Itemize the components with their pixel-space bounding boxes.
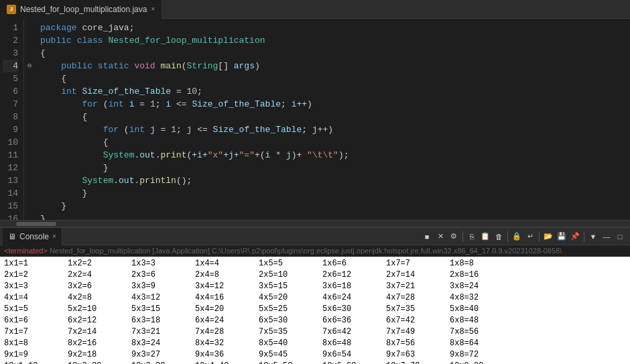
- output-cell: 9x8=72: [448, 349, 512, 361]
- output-cell: 2x6=12: [321, 269, 385, 281]
- line-numbers-gutter: 1234567891011121314151617: [0, 19, 24, 220]
- output-cell: 1x5=5: [257, 258, 321, 269]
- output-cell: 4x1=4: [3, 292, 66, 304]
- output-cell: 5x2=10: [66, 304, 130, 315]
- fold-gutter: ⊖: [24, 19, 35, 220]
- scrollbar-thumb[interactable]: [16, 222, 56, 226]
- console-output-row: 8x1=88x2=168x3=248x4=328x5=408x6=488x7=5…: [3, 338, 627, 349]
- editor-tab-bar: J Nested_for_loop_multiplication.java ×: [0, 0, 630, 19]
- maximize-button[interactable]: □: [614, 231, 626, 243]
- line-number-1: 1: [3, 21, 18, 34]
- toolbar-separator-2: [507, 231, 508, 242]
- code-line-6: int Size_of_the_Table = 10;: [40, 85, 630, 98]
- code-line-13: System.out.println();: [40, 174, 630, 187]
- line-number-6: 6: [3, 85, 18, 98]
- output-cell: 2x2=4: [66, 269, 130, 281]
- output-cell: 10x5=50: [257, 361, 321, 364]
- output-cell: 6x8=48: [448, 315, 512, 326]
- line-number-5: 5: [3, 72, 18, 85]
- remove-launch-button[interactable]: ✕: [434, 231, 446, 243]
- run-config-label: Nested_for_loop_multiplication [Java App…: [48, 247, 562, 255]
- fold-marker-4[interactable]: ⊖: [24, 60, 35, 72]
- minimize-button[interactable]: —: [601, 231, 613, 243]
- line-number-3: 3: [3, 47, 18, 60]
- output-cell: 3x1=3: [3, 281, 66, 292]
- output-cell: 1x6=6: [321, 258, 385, 269]
- code-line-10: {: [40, 136, 630, 149]
- editor-area: 1234567891011121314151617 ⊖ package core…: [0, 19, 630, 220]
- fold-marker-2: [24, 34, 35, 47]
- line-number-11: 11: [3, 149, 18, 162]
- output-cell: 8x3=24: [130, 338, 194, 349]
- output-cell: 2x4=8: [194, 269, 257, 281]
- fold-marker-16: [24, 213, 35, 220]
- fold-marker-3: [24, 47, 35, 60]
- console-tab[interactable]: 🖥 Console ×: [3, 228, 62, 245]
- output-cell: 7x3=21: [130, 326, 194, 338]
- output-cell: 9x1=9: [3, 349, 66, 361]
- line-number-9: 9: [3, 123, 18, 136]
- output-cell: 8x1=8: [3, 338, 66, 349]
- output-cell: 3x8=24: [448, 281, 512, 292]
- code-line-9: for (int j = 1; j <= Size_of_the_Table; …: [40, 123, 630, 136]
- code-line-16: }: [40, 213, 630, 220]
- console-output: 1x1=11x2=21x3=31x4=41x5=51x6=61x7=71x8=8…: [0, 257, 630, 364]
- tab-close-button[interactable]: ×: [151, 5, 155, 13]
- scroll-lock-button[interactable]: 🔒: [511, 231, 523, 243]
- code-line-2: public class Nested_for_loop_multiplicat…: [40, 34, 630, 47]
- paste-button[interactable]: 📋: [479, 231, 491, 243]
- pin-button[interactable]: 📌: [569, 231, 581, 243]
- clear-button[interactable]: 🗑: [493, 231, 505, 243]
- open-file-button[interactable]: 📂: [542, 231, 554, 243]
- fold-marker-1: [24, 21, 35, 34]
- line-number-2: 2: [3, 34, 18, 47]
- output-cell: 1x4=4: [194, 258, 257, 269]
- code-editor[interactable]: package core_java;public class Nested_fo…: [35, 19, 630, 220]
- output-cell: 5x1=5: [3, 304, 66, 315]
- output-cell: 6x5=30: [257, 315, 321, 326]
- copy-button[interactable]: ⎘: [466, 231, 478, 243]
- tab-filename: Nested_for_loop_multiplication.java: [20, 5, 147, 14]
- settings-button[interactable]: ⚙: [448, 231, 460, 243]
- output-cell: 9x5=45: [257, 349, 321, 361]
- console-output-row: 9x1=99x2=189x3=279x4=369x5=459x6=549x7=6…: [3, 349, 627, 361]
- terminate-button[interactable]: ■: [421, 231, 433, 243]
- output-cell: 9x2=18: [66, 349, 130, 361]
- save-button[interactable]: 💾: [556, 231, 568, 243]
- fold-marker-11: [24, 149, 35, 162]
- code-line-12: }: [40, 162, 630, 174]
- console-output-row: 1x1=11x2=21x3=31x4=41x5=51x6=61x7=71x8=8: [3, 258, 627, 269]
- view-menu-button[interactable]: ▼: [587, 231, 599, 243]
- terminated-label: <terminated>: [4, 247, 48, 255]
- console-output-row: 10x1=1010x2=2010x3=3010x4=4010x5=5010x6=…: [3, 361, 627, 364]
- output-cell: 9x4=36: [194, 349, 257, 361]
- code-line-7: for (int i = 1; i <= Size_of_the_Table; …: [40, 98, 630, 111]
- output-cell: 5x8=40: [448, 304, 512, 315]
- console-panel: 🖥 Console × ■ ✕ ⚙ ⎘ 📋 🗑 🔒 ↵ 📂 💾 📌 ▼ — □ …: [0, 227, 630, 364]
- output-cell: 2x3=6: [130, 269, 194, 281]
- output-cell: 3x4=12: [194, 281, 257, 292]
- horizontal-scrollbar[interactable]: [0, 220, 630, 227]
- fold-marker-7: [24, 98, 35, 111]
- output-cell: 7x8=56: [448, 326, 512, 338]
- output-cell: 3x7=21: [385, 281, 448, 292]
- output-cell: 3x6=18: [321, 281, 385, 292]
- output-cell: 7x5=35: [257, 326, 321, 338]
- fold-marker-6: [24, 85, 35, 98]
- code-line-11: System.out.print(+i+"x"+j+"="+(i * j)+ "…: [40, 149, 630, 162]
- output-cell: 8x2=16: [66, 338, 130, 349]
- output-cell: 7x4=28: [194, 326, 257, 338]
- console-tab-bar: 🖥 Console × ■ ✕ ⚙ ⎘ 📋 🗑 🔒 ↵ 📂 💾 📌 ▼ — □: [0, 228, 630, 245]
- output-cell: 5x6=30: [321, 304, 385, 315]
- line-number-13: 13: [3, 174, 18, 187]
- fold-marker-8: [24, 111, 35, 123]
- editor-tab[interactable]: J Nested_for_loop_multiplication.java ×: [0, 0, 162, 19]
- word-wrap-button[interactable]: ↵: [524, 231, 536, 243]
- console-output-row: 7x1=77x2=147x3=217x4=287x5=357x6=427x7=4…: [3, 326, 627, 338]
- output-cell: 6x1=6: [3, 315, 66, 326]
- console-output-row: 2x1=22x2=42x3=62x4=82x5=102x6=122x7=142x…: [3, 269, 627, 281]
- output-cell: 10x2=20: [66, 361, 130, 364]
- output-cell: 5x4=20: [194, 304, 257, 315]
- output-cell: 5x5=25: [257, 304, 321, 315]
- console-tab-close[interactable]: ×: [52, 233, 56, 240]
